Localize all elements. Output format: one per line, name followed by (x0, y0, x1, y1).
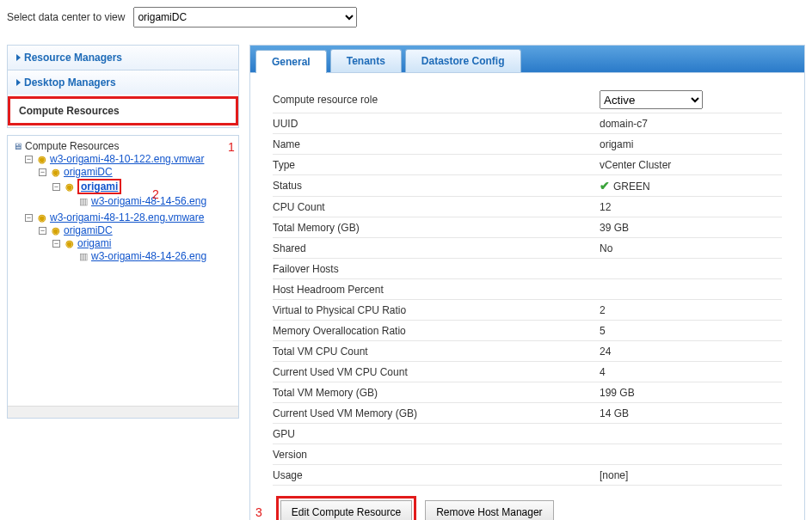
annotation-3: 3 (255, 505, 262, 519)
collapse-icon[interactable]: − (25, 156, 33, 163)
resource-icon: ◉ (50, 224, 62, 236)
remove-host-manager-button[interactable]: Remove Host Manager (425, 500, 553, 520)
datacenter-select[interactable]: origamiDC (133, 7, 357, 28)
chevron-right-icon (16, 54, 21, 61)
cluster-icon: ◉ (64, 237, 76, 249)
nav-desktop-managers[interactable]: Desktop Managers (8, 70, 238, 95)
current-vm-cpu-value: 4 (600, 366, 782, 378)
collapse-icon[interactable]: − (25, 214, 33, 222)
cpu-count-value: 12 (600, 201, 782, 213)
resource-icon: ◉ (50, 166, 62, 178)
tree-node-vcenter-1[interactable]: − ◉ w3-origami-48-10-122.eng.vmwar (25, 153, 238, 165)
mem-overalloc-value: 5 (600, 325, 782, 337)
uuid-label: UUID (273, 118, 600, 130)
resource-icon: ◉ (36, 211, 48, 223)
nav-resource-managers-label: Resource Managers (24, 52, 122, 64)
tree-root[interactable]: 🖥 Compute Resources (11, 140, 238, 152)
vpcpu-ratio-value: 2 (600, 304, 782, 316)
edit-compute-resource-button[interactable]: Edit Compute Resource (280, 500, 412, 520)
status-label: Status (273, 180, 600, 192)
role-select[interactable]: Active (600, 90, 703, 109)
shared-label: Shared (273, 242, 600, 254)
total-vm-mem-label: Total VM Memory (GB) (273, 387, 600, 399)
role-label: Compute resource role (273, 94, 600, 106)
collapse-icon[interactable]: − (52, 183, 60, 191)
type-label: Type (273, 159, 600, 171)
tab-general[interactable]: General (255, 50, 327, 73)
nav-compute-resources[interactable]: Compute Resources (8, 96, 238, 125)
type-value: vCenter Cluster (600, 159, 782, 171)
cpu-count-label: CPU Count (273, 201, 600, 213)
tree-node-dc-1[interactable]: − ◉ origamiDC (39, 166, 238, 178)
tree-node-cluster-2[interactable]: − ◉ origami (52, 237, 238, 249)
check-icon: ✔ (600, 179, 610, 193)
total-vm-mem-value: 199 GB (600, 387, 782, 399)
tab-datastore-config[interactable]: Datastore Config (405, 49, 521, 72)
failover-hosts-label: Failover Hosts (273, 263, 600, 275)
gpu-label: GPU (273, 428, 600, 440)
total-vm-cpu-label: Total VM CPU Count (273, 346, 600, 358)
nav-compute-resources-label: Compute Resources (10, 99, 236, 123)
tab-tenants[interactable]: Tenants (330, 49, 402, 72)
shared-value: No (600, 242, 782, 254)
cluster-icon: 🖥 (11, 140, 23, 152)
status-value: GREEN (613, 180, 650, 193)
cluster-icon: ◉ (64, 180, 76, 193)
tree-node-dc-2[interactable]: − ◉ origamiDC (39, 224, 238, 236)
host-icon: ▥ (77, 250, 89, 262)
datacenter-select-label: Select data center to view (7, 11, 125, 23)
name-value: origami (600, 138, 782, 150)
total-memory-value: 39 GB (600, 222, 782, 234)
total-memory-label: Total Memory (GB) (273, 222, 600, 234)
vpcpu-ratio-label: Virtual to Physical CPU Ratio (273, 304, 600, 316)
usage-value: [none] (600, 469, 782, 481)
nav-desktop-managers-label: Desktop Managers (24, 76, 116, 89)
collapse-icon[interactable]: − (39, 227, 46, 235)
total-vm-cpu-value: 24 (600, 346, 782, 358)
current-vm-cpu-label: Current Used VM CPU Count (273, 366, 600, 378)
version-label: Version (273, 449, 600, 461)
horizontal-scrollbar[interactable] (8, 406, 238, 418)
annotation-1: 1 (228, 140, 235, 154)
current-vm-mem-value: 14 GB (600, 407, 782, 419)
current-vm-mem-label: Current Used VM Memory (GB) (273, 407, 600, 419)
annotation-2: 2 (152, 187, 159, 201)
chevron-right-icon (16, 79, 21, 86)
tree-node-cluster-1-selected[interactable]: − ◉ origami 2 (52, 179, 238, 194)
host-icon: ▥ (77, 195, 89, 207)
tree-node-vcenter-2[interactable]: − ◉ w3-origami-48-11-28.eng.vmware (25, 211, 238, 223)
host-headroom-label: Host Headroom Percent (273, 284, 600, 296)
usage-label: Usage (273, 469, 600, 481)
mem-overalloc-label: Memory Overallocation Ratio (273, 325, 600, 337)
collapse-icon[interactable]: − (39, 168, 46, 176)
resource-icon: ◉ (36, 153, 48, 165)
nav-resource-managers[interactable]: Resource Managers (8, 46, 238, 70)
tree-node-host-2[interactable]: ▥ w3-origami-48-14-26.eng (66, 250, 238, 262)
collapse-icon[interactable]: − (52, 240, 60, 248)
uuid-value: domain-c7 (600, 118, 782, 130)
name-label: Name (273, 138, 600, 150)
